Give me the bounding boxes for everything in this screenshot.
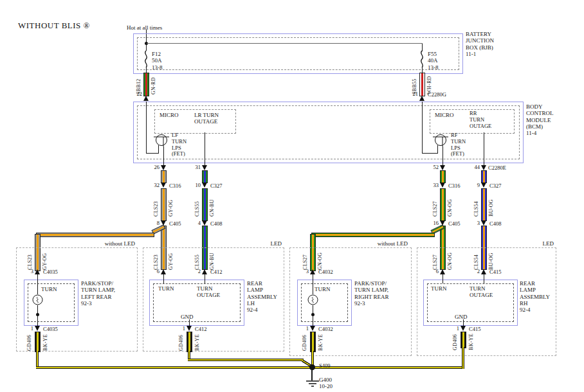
wire-cls55-seg1: [202, 170, 208, 183]
c327-left-arrow-icon: [202, 183, 207, 188]
splice-s409-label: S409: [319, 362, 330, 369]
connector-c327-right: C327: [489, 183, 501, 189]
connector-c316-left: C316: [169, 183, 181, 189]
gnd-run-lamp-lr: [36, 351, 39, 368]
rear-rh-outage-stub: [484, 274, 484, 283]
gnd-run-rear-lh-horizontal: [188, 359, 304, 361]
f55-lower-wire: [422, 67, 423, 73]
wire-gd406-lamp-lr: [35, 332, 41, 352]
pin-9: 9: [470, 182, 480, 188]
pin-52-arrow-icon: [440, 165, 445, 170]
pin-32: 32: [149, 182, 160, 188]
cls23-branch-label-left: CLS23: [27, 249, 33, 270]
section-label-without-led-left: without LED: [84, 240, 135, 247]
fet-rf-icon: [433, 132, 450, 147]
pin-1-c4032: 1: [298, 325, 309, 332]
rear-lh-gnd-wire: [189, 319, 190, 326]
bcm-wire-pin22-run: [146, 153, 159, 154]
wire-sbb12: [143, 73, 149, 96]
wire-cls23-horizontal: [36, 233, 154, 237]
pin-22-arrow-icon: [143, 96, 149, 101]
lamp-lr-junction-dot: [36, 313, 39, 316]
rear-lh-outage-label: TURN OUTAGE: [197, 285, 220, 299]
rear-lh-outage-stub: [205, 274, 205, 283]
rear-rh-label: REAR LAMP ASSEMBLY RH 92-4: [520, 280, 550, 314]
gn-og-branch-label-right: GN-OG: [317, 249, 323, 270]
connector-c2280g: C2280G: [428, 91, 446, 98]
pin-52: 52: [428, 164, 439, 170]
pin-10: 10: [190, 182, 201, 188]
lamp-lr-turn-label: TURN: [41, 286, 57, 292]
pin-26-arrow-icon: [161, 165, 166, 170]
bcm-micro-left-label: MICRO: [160, 112, 179, 118]
c408-right-arrow-icon: [481, 220, 486, 226]
section-label-led-left: LED: [262, 240, 282, 247]
gd406-label-1: GD406: [26, 333, 32, 351]
section-label-led-right: LED: [534, 240, 554, 247]
fuse-f55-icon: [418, 51, 426, 67]
wire-cls27-seg2: [440, 188, 446, 221]
c316-right-arrow-icon: [440, 183, 445, 188]
connector-c316-right: C316: [448, 183, 460, 189]
bcm-wire-lr-outage-out: [205, 132, 205, 165]
gy-og-branch-label-left: GY-OG: [42, 249, 48, 270]
fuse-f12-icon: [142, 51, 150, 67]
gd406-label-4: GD406: [452, 332, 458, 350]
bulb-lr-icon: [32, 294, 43, 305]
gn-bu-label: GN-BU: [209, 191, 215, 217]
pin-31-arrow-icon: [202, 165, 207, 170]
wire-gd406-rear-rh: [461, 332, 466, 348]
gn-og-label: GN-OG: [447, 191, 453, 217]
c408-left-arrow-icon: [202, 220, 207, 226]
cls54-label: CLS54: [473, 191, 479, 217]
rear-lh-turn-label: TURN: [158, 285, 174, 292]
connector-c408-right: C408: [489, 220, 501, 227]
rear-rh-turn-label: TURN: [431, 285, 447, 292]
pin-6-lh: 6: [149, 268, 160, 274]
cls27-branch-label-rh: CLS27: [432, 249, 438, 270]
bcm-micro-right-label: MICRO: [435, 112, 454, 118]
connector-c4035-bottom: C4035: [43, 326, 58, 332]
pin-3-c408: 3: [470, 220, 480, 226]
fet-lf-icon: [154, 132, 170, 147]
pin-31: 31: [190, 164, 201, 170]
fuse-f55-label: F55 40A 13-8: [428, 51, 439, 71]
gn-bu-branch-label: GN-BU: [209, 249, 215, 270]
pin-22: 22: [132, 91, 142, 97]
bk-ye-label-2: BK-YE: [194, 333, 200, 351]
bu-og-branch-label: BU-OG: [488, 249, 494, 270]
bjb-label: BATTERY JUNCTION BOX (BJB) 11-1: [466, 31, 494, 57]
cls55-branch-label: CLS55: [194, 249, 200, 270]
c4032-bottom-arrow-icon: [310, 326, 315, 331]
splice-s409: [309, 364, 315, 370]
wire-cls54-seg2: [481, 188, 487, 221]
c4032-top-arrow-icon: [310, 269, 315, 274]
connector-c415-top: C415: [489, 269, 501, 275]
c415-bottom-arrow-icon: [461, 326, 466, 331]
gn-og-branch-label-rh: GN-OG: [447, 249, 453, 270]
bcm-wire-pin21: [422, 102, 423, 154]
pin-21-arrow-icon: [419, 96, 424, 101]
wire-cls23-seg2: [161, 188, 167, 221]
wire-gd406-rear-lh: [187, 332, 192, 352]
rf-turn-lps-label: RF TURN LPS (FET): [451, 132, 466, 157]
lamp-rr-turn-label: TURN: [315, 286, 331, 292]
cls54-branch-label: CLS54: [473, 249, 479, 270]
connector-c4035-top: C4035: [43, 269, 58, 275]
gnd-run-rear-rh: [462, 347, 464, 369]
pin-3-c4035: 3: [23, 268, 33, 274]
wire-cls23-seg1: [161, 170, 167, 183]
c412-top-arrow-icon: [202, 269, 207, 274]
wiring-diagram: WITHOUT BLIS ® Hot at all times BATTERY …: [0, 0, 584, 392]
rear-rh-turn-stub: [443, 274, 443, 283]
pin-44: 44: [470, 164, 480, 170]
rear-lh-turn-arrow-icon: [161, 269, 166, 274]
cls27-label: CLS27: [432, 191, 438, 217]
gd406-label-3: GD406: [302, 333, 307, 351]
hot-at-all-times-label: Hot at all times: [127, 24, 162, 31]
bcm-wire-rf-out: [443, 147, 443, 165]
bjb-bus-wire: [147, 43, 423, 44]
bcm-rr-turn-outage-label: RR TURN OUTAGE: [470, 111, 491, 129]
cls27-branch-label-right: CLS27: [302, 249, 308, 270]
lamp-rr-junction-dot: [311, 313, 315, 316]
